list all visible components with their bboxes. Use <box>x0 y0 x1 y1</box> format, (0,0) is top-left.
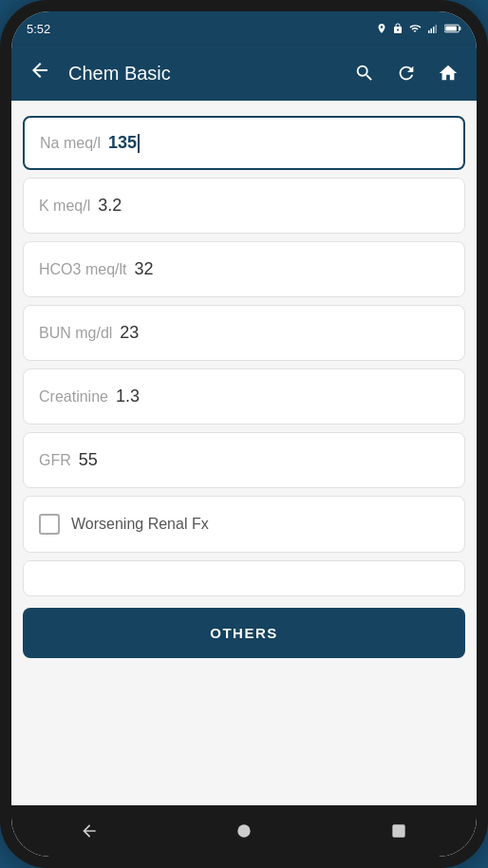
svg-rect-6 <box>459 27 460 30</box>
worsening-renal-row[interactable]: Worsening Renal Fx <box>23 496 465 553</box>
recent-nav-button[interactable] <box>370 812 427 850</box>
back-button[interactable] <box>23 59 57 87</box>
na-label: Na meq/l <box>40 135 101 152</box>
home-icon[interactable] <box>431 56 465 90</box>
wifi-icon <box>408 23 422 34</box>
creatinine-value: 1.3 <box>116 387 140 406</box>
refresh-icon[interactable] <box>389 56 423 90</box>
status-bar: 5:52 <box>11 11 477 46</box>
k-field[interactable]: K meq/l 3.2 <box>23 178 465 234</box>
back-nav-button[interactable] <box>61 812 118 850</box>
svg-rect-0 <box>428 30 430 33</box>
na-field[interactable]: Na meq/l 135 <box>23 116 465 170</box>
na-value: 135 <box>108 133 140 153</box>
battery-icon <box>444 23 461 34</box>
svg-rect-5 <box>445 26 457 30</box>
k-value: 3.2 <box>98 196 122 216</box>
creatinine-field[interactable]: Creatinine 1.3 <box>23 368 465 425</box>
app-bar: Chem Basic <box>11 46 477 101</box>
home-nav-button[interactable] <box>216 812 272 850</box>
hco3-label: HCO3 meq/lt <box>39 261 126 278</box>
svg-rect-3 <box>436 25 438 33</box>
lock-icon <box>392 22 404 35</box>
worsening-renal-label: Worsening Renal Fx <box>71 516 209 533</box>
gfr-label: GFR <box>39 452 71 469</box>
bun-field[interactable]: BUN mg/dl 23 <box>23 305 465 361</box>
status-icons <box>376 22 461 35</box>
hco3-field[interactable]: HCO3 meq/lt 32 <box>23 241 465 297</box>
text-cursor <box>138 134 140 153</box>
phone-frame: 5:52 <box>0 0 488 868</box>
svg-rect-1 <box>431 28 433 33</box>
svg-rect-8 <box>393 824 405 837</box>
phone-screen: 5:52 <box>11 11 477 857</box>
location-icon <box>376 22 387 35</box>
empty-field <box>23 560 465 596</box>
hco3-value: 32 <box>134 259 153 279</box>
bottom-nav <box>11 805 477 857</box>
bun-value: 23 <box>120 323 139 343</box>
creatinine-label: Creatinine <box>39 388 108 406</box>
app-title: Chem Basic <box>68 63 347 85</box>
content-area: Na meq/l 135 K meq/l 3.2 HCO3 meq/lt 32 … <box>11 101 477 805</box>
others-button[interactable]: OTHERS <box>23 608 465 658</box>
svg-point-7 <box>237 824 250 837</box>
bun-label: BUN mg/dl <box>39 325 112 342</box>
k-label: K meq/l <box>39 198 90 215</box>
gfr-value: 55 <box>79 450 98 470</box>
signal-icon <box>426 23 440 34</box>
search-icon[interactable] <box>347 56 382 90</box>
worsening-renal-checkbox[interactable] <box>39 514 60 535</box>
gfr-field[interactable]: GFR 55 <box>23 432 465 488</box>
svg-rect-2 <box>433 27 435 33</box>
app-bar-actions <box>347 56 465 90</box>
status-time: 5:52 <box>27 22 50 36</box>
